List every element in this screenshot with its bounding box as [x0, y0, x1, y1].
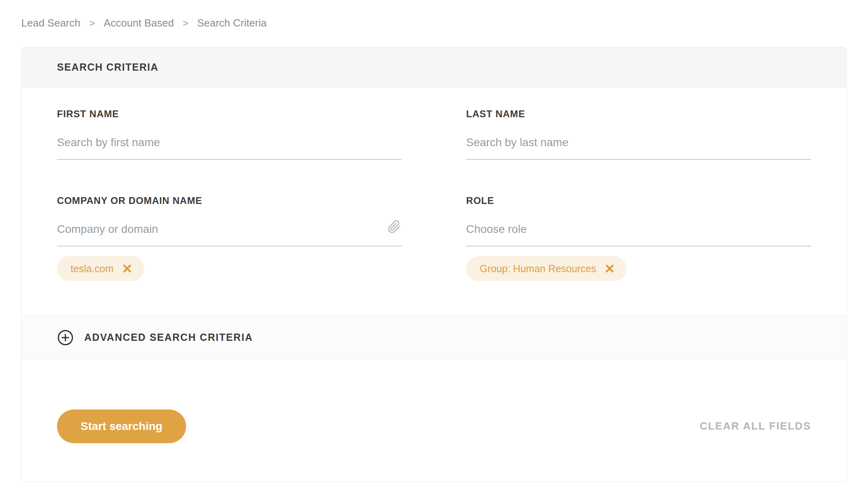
company-field: COMPANY OR DOMAIN NAME [57, 195, 402, 246]
breadcrumb: Lead Search > Account Based > Search Cri… [0, 0, 868, 29]
last-name-label: LAST NAME [466, 108, 811, 120]
role-label: ROLE [466, 195, 811, 206]
tag-label: Group: Human Resources [480, 263, 596, 275]
clear-all-fields-button[interactable]: CLEAR ALL FIELDS [700, 420, 811, 432]
company-input[interactable] [57, 206, 402, 246]
role-field-group: ROLE Group: Human Resources [466, 160, 811, 281]
remove-tag-icon[interactable] [605, 264, 614, 273]
last-name-field: LAST NAME [466, 108, 811, 160]
company-field-group: COMPANY OR DOMAIN NAME tesla.com [57, 160, 402, 281]
breadcrumb-separator: > [183, 18, 188, 29]
advanced-search-toggle[interactable]: ADVANCED SEARCH CRITERIA [22, 316, 846, 359]
card-title: SEARCH CRITERIA [57, 61, 158, 73]
advanced-search-label: ADVANCED SEARCH CRITERIA [84, 332, 253, 343]
last-name-input[interactable] [466, 120, 811, 160]
first-name-field: FIRST NAME [57, 108, 402, 160]
first-name-label: FIRST NAME [57, 108, 402, 120]
fields-grid: FIRST NAME LAST NAME COMPANY OR DOMAIN N… [22, 88, 846, 316]
paperclip-icon[interactable] [387, 220, 401, 234]
card-footer: Start searching CLEAR ALL FIELDS [22, 359, 846, 481]
start-searching-button[interactable]: Start searching [57, 409, 186, 443]
company-tag-tesla: tesla.com [57, 256, 144, 281]
company-label: COMPANY OR DOMAIN NAME [57, 195, 402, 206]
breadcrumb-separator: > [89, 18, 95, 29]
search-criteria-card: SEARCH CRITERIA FIRST NAME LAST NAME COM… [21, 47, 847, 482]
breadcrumb-search-criteria[interactable]: Search Criteria [197, 17, 266, 29]
plus-circle-icon[interactable] [57, 329, 74, 346]
role-tag-human-resources: Group: Human Resources [466, 256, 627, 281]
tag-label: tesla.com [71, 263, 114, 275]
card-header: SEARCH CRITERIA [22, 47, 846, 88]
company-tags: tesla.com [57, 256, 402, 281]
remove-tag-icon[interactable] [122, 264, 132, 273]
breadcrumb-lead-search[interactable]: Lead Search [21, 17, 80, 29]
first-name-input[interactable] [57, 120, 402, 160]
role-field: ROLE [466, 195, 811, 246]
role-tags: Group: Human Resources [466, 256, 811, 281]
role-input[interactable] [466, 206, 811, 246]
breadcrumb-account-based[interactable]: Account Based [103, 17, 174, 29]
